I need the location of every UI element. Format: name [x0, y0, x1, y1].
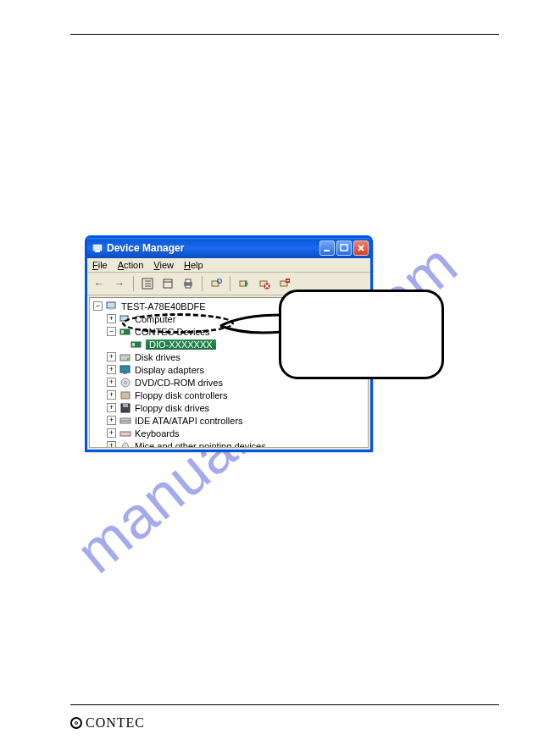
tree-item-label: Keyboards [135, 428, 180, 439]
menu-file[interactable]: File [92, 260, 108, 270]
tree-item-label: IDE ATA/ATAPI controllers [135, 416, 243, 426]
footer-rule [70, 704, 499, 705]
svg-rect-24 [108, 308, 114, 310]
back-icon[interactable]: ← [91, 275, 108, 292]
svg-rect-42 [120, 432, 130, 436]
expand-icon[interactable]: + [107, 403, 116, 412]
footer-brand: CONTEC [70, 715, 145, 731]
callout-balloon [279, 290, 444, 379]
svg-rect-23 [107, 302, 115, 308]
tree-item-label: Floppy disk controllers [135, 390, 227, 400]
svg-rect-34 [123, 372, 127, 374]
tree-item-floppy-drives[interactable]: + Floppy disk drives [90, 401, 368, 414]
svg-rect-1 [95, 251, 100, 252]
tree-item-label: DVD/CD-ROM drives [135, 378, 223, 388]
expand-icon[interactable]: + [107, 441, 116, 448]
expand-icon[interactable]: + [107, 416, 116, 425]
disable-device-icon[interactable] [256, 275, 273, 292]
floppy-icon [119, 402, 131, 414]
toolbar-divider [202, 276, 203, 291]
brand-ring-icon [70, 717, 82, 729]
collapse-icon[interactable]: − [107, 327, 116, 336]
svg-rect-0 [93, 245, 102, 251]
toolbar-divider [230, 276, 230, 291]
expand-icon[interactable]: + [107, 428, 116, 438]
tree-item-label: DIO-XXXXXXX [146, 339, 216, 350]
tree-item-label: Disk drives [135, 352, 180, 362]
card-icon [130, 339, 142, 350]
callout-highlight-ellipse [122, 313, 234, 334]
menu-help[interactable]: Help [184, 260, 203, 270]
expand-icon[interactable]: + [107, 365, 116, 374]
header-rule [70, 34, 499, 35]
menu-view[interactable]: View [153, 260, 174, 270]
disk-icon [119, 351, 131, 363]
expand-icon[interactable]: + [107, 378, 116, 387]
tree-item-floppy-controllers[interactable]: + Floppy disk controllers [90, 389, 368, 401]
properties-icon[interactable] [159, 275, 176, 292]
svg-rect-3 [341, 245, 347, 251]
enable-device-icon[interactable] [236, 275, 253, 292]
svg-rect-37 [121, 392, 130, 399]
menubar: File Action View Help [87, 258, 370, 273]
svg-rect-30 [132, 343, 135, 346]
uninstall-device-icon[interactable] [276, 275, 293, 292]
computer-icon [106, 301, 118, 312]
svg-rect-39 [123, 404, 128, 407]
svg-point-36 [125, 381, 127, 384]
keyboard-icon [119, 428, 131, 439]
svg-point-32 [127, 358, 129, 360]
expand-icon[interactable]: + [107, 352, 116, 361]
svg-rect-31 [120, 355, 130, 361]
app-icon [92, 242, 103, 254]
forward-icon[interactable]: → [111, 275, 128, 292]
tree-item-keyboards[interactable]: + Keyboards [90, 427, 368, 439]
toolbar-divider [133, 276, 134, 291]
close-button[interactable] [353, 240, 369, 256]
tree-item-ide-controllers[interactable]: + IDE ATA/ATAPI controllers [90, 414, 368, 427]
print-icon[interactable] [180, 275, 197, 292]
tree-item-label: Mice and other pointing devices [135, 441, 266, 449]
cd-icon [119, 377, 131, 389]
floppy-controller-icon [119, 389, 131, 401]
titlebar[interactable]: Device Manager [87, 238, 370, 258]
menu-action[interactable]: Action [118, 260, 144, 270]
scan-hardware-icon[interactable] [208, 275, 225, 292]
svg-rect-2 [324, 250, 330, 251]
svg-rect-12 [186, 285, 191, 288]
collapse-icon[interactable]: − [93, 301, 103, 311]
tree-item-label: Floppy disk drives [135, 403, 209, 413]
brand-text: CONTEC [86, 715, 145, 731]
tree-item-mice[interactable]: + Mice and other pointing devices [90, 439, 368, 448]
window-title: Device Manager [107, 242, 184, 254]
expand-icon[interactable]: + [107, 314, 116, 323]
maximize-button[interactable] [336, 240, 352, 256]
tree-item-label: Display adapters [135, 365, 204, 375]
svg-point-43 [123, 443, 129, 449]
ide-icon [119, 415, 131, 427]
svg-rect-8 [164, 279, 172, 288]
display-icon [119, 364, 131, 376]
tree-view-icon[interactable] [139, 275, 156, 292]
svg-rect-28 [121, 330, 124, 334]
mouse-icon [119, 440, 131, 449]
svg-rect-11 [186, 279, 191, 283]
tree-root-label: TEST-A78E40BDFE [121, 301, 206, 312]
svg-rect-33 [120, 366, 130, 372]
minimize-button[interactable] [319, 240, 335, 256]
expand-icon[interactable]: + [107, 390, 116, 400]
